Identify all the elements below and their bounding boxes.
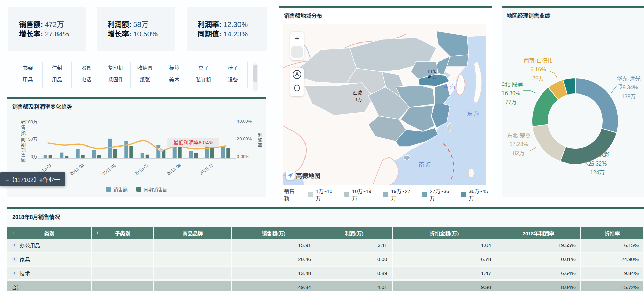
bar-prev-sales[interactable] (49, 155, 52, 158)
min-profit-annotation: 最低利润率8.04% (173, 140, 213, 146)
kpi-value: 27.84% (45, 30, 69, 38)
value-cell: 49.84 (231, 280, 316, 291)
category-cell[interactable]: 用品 (43, 73, 72, 85)
donut-label-line: 东北-楚杰 (502, 131, 543, 140)
category-cell[interactable]: 复印机 (101, 62, 130, 73)
expand-all-icon[interactable]: + (12, 229, 15, 235)
category-cell[interactable]: 桌子 (189, 62, 218, 73)
category-cell[interactable]: 美术 (160, 73, 189, 85)
expand-all-icon[interactable]: + (96, 229, 99, 235)
bar-prev-sales[interactable] (129, 146, 133, 158)
bar-prev-sales[interactable] (113, 149, 117, 158)
map-legend-item[interactable]: 27万~36万 (422, 187, 452, 202)
category-row-clipped (13, 85, 247, 88)
legend-item[interactable]: 同期销售额 (136, 186, 167, 193)
category-cell[interactable]: 信封 (43, 62, 72, 73)
category-cell[interactable]: 书架 (13, 62, 43, 73)
bar-sales[interactable] (44, 155, 47, 158)
map-legend-item[interactable]: 1万~10万 (308, 187, 336, 202)
compass-button[interactable]: A (290, 68, 304, 81)
bar-sales[interactable] (60, 153, 63, 158)
left-axis-tick: 100万 (26, 119, 37, 124)
sales-table-panel: 2018年8月销售情况 +类别+子类别商品品牌销售额(万)利润(万)折扣金额(万… (7, 207, 644, 291)
kpi-value: 12.30% (224, 20, 248, 28)
bar-prev-sales[interactable] (81, 155, 85, 158)
bar-sales[interactable] (124, 141, 128, 158)
bar-sales[interactable] (156, 145, 160, 158)
map-canvas: 黄海 东海 南海 山东 45万 西藏 1万 (283, 24, 486, 185)
donut-label-line: 124万 (574, 168, 621, 177)
expand-row-icon[interactable]: + (12, 271, 17, 276)
scrollbar-thumb[interactable] (253, 65, 257, 82)
category-cell[interactable]: 装订机 (189, 73, 218, 85)
category-row: 用具用品电话系固件纸张美术装订机设备 (13, 73, 247, 85)
legend-label: 同期销售额 (144, 186, 167, 193)
map-legend-item[interactable]: 19万~27万 (383, 187, 414, 202)
map-legend-label: 27万~36万 (430, 187, 452, 202)
header-label: 子类别 (115, 230, 130, 236)
bar-sales[interactable] (189, 151, 193, 158)
bar-prev-sales[interactable] (226, 148, 230, 158)
tooltip-text: +【117102】+作业一 (5, 175, 60, 184)
zoom-out-button[interactable]: − (291, 46, 303, 58)
map-legend-item[interactable]: 36万~45万 (461, 187, 492, 202)
bar-sales[interactable] (76, 149, 80, 158)
bar-sales[interactable] (108, 139, 112, 158)
map-legend: 销售额 1万~10万10万~19万19万~27万27万~36万36万~45万 (284, 187, 492, 202)
map-title: 销售额地域分布 (284, 11, 322, 19)
kpi-label: 销售额: (19, 20, 43, 28)
expand-row-icon[interactable]: + (12, 243, 17, 248)
category-cell[interactable]: 器具 (72, 62, 101, 73)
bar-prev-sales[interactable] (194, 153, 198, 158)
bar-prev-sales[interactable] (146, 155, 149, 158)
bar-sales[interactable] (205, 145, 209, 158)
sales-table: +类别+子类别商品品牌销售额(万)利润(万)折扣金额(万)2018年利润率折扣率… (7, 227, 644, 291)
header-label: 商品品牌 (182, 230, 203, 236)
pan-mode-button[interactable] (290, 81, 304, 95)
value-cell: 24.90% (581, 252, 644, 266)
bar-sales[interactable] (92, 150, 96, 159)
category-cell[interactable]: 电话 (72, 73, 101, 85)
bar-prev-sales[interactable] (178, 147, 182, 158)
category-cell[interactable]: 收纳具 (131, 62, 160, 73)
donut-label-line: 华东-洪光 (605, 74, 644, 83)
sales-table-header: +类别 (7, 227, 92, 239)
donut-label-line: 26.32% (574, 159, 621, 168)
left-axis-tick: 50万 (28, 137, 37, 142)
donut-label-line: 中南-范彩 (574, 151, 621, 159)
header-label: 折扣金额(万) (430, 230, 459, 236)
donut-chart-panel: 地区经理销售业绩 华东-洪光29.34%138万中南-范彩26.32%124万东… (502, 6, 644, 197)
kpi-label: 利润额: (108, 20, 131, 28)
category-cell[interactable]: 纸张 (131, 73, 160, 85)
legend-item[interactable]: 销售额 (106, 186, 128, 193)
donut-label-line: 6.16% (514, 65, 562, 74)
bar-sales[interactable] (221, 146, 225, 158)
category-cell[interactable]: 设备 (218, 73, 247, 85)
scrollbar-track[interactable] (253, 63, 258, 91)
bar-prev-sales[interactable] (97, 155, 101, 158)
amap-logo-text: 高德地图 (296, 171, 320, 180)
zoom-in-button[interactable]: + (290, 32, 304, 45)
kpi-value: 10.50% (133, 30, 158, 38)
sales-table-header-row: +类别+子类别商品品牌销售额(万)利润(万)折扣金额(万)2018年利润率折扣率 (7, 227, 644, 239)
region-value-shandong: 45万 (428, 74, 437, 79)
donut-label: 中南-范彩26.32%124万 (574, 151, 621, 177)
value-cell: 0.01% (496, 252, 581, 266)
category-cell[interactable]: 系固件 (101, 73, 130, 85)
expand-row-icon[interactable]: + (12, 257, 17, 262)
sales-table-header: +子类别 (92, 227, 154, 239)
legend-swatch-icon (106, 187, 111, 192)
bar-sales[interactable] (141, 153, 144, 158)
value-cell: 1.04 (392, 239, 496, 252)
value-cell: 9.84% (581, 266, 644, 280)
bar-prev-sales[interactable] (65, 156, 68, 158)
value-cell: 19.55% (496, 239, 581, 252)
value-cell: 15.91 (231, 239, 316, 252)
category-cell[interactable]: 标签 (160, 62, 189, 73)
category-cell[interactable]: 用具 (13, 73, 43, 85)
china-map[interactable]: 黄海 东海 南海 山东 45万 西藏 1万 + − A (283, 24, 486, 185)
map-panel: 销售额地域分布 (279, 6, 492, 197)
bar-prev-sales[interactable] (210, 147, 214, 158)
category-cell[interactable]: 椅子 (218, 62, 247, 73)
map-legend-item[interactable]: 10万~19万 (344, 187, 375, 202)
